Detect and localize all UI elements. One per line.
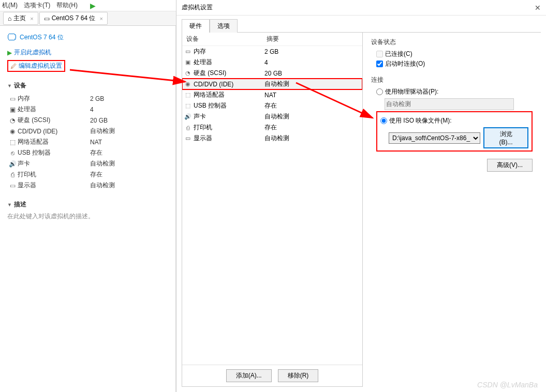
device-label: USB 控制器 bbox=[194, 101, 227, 110]
edit-vm-settings-link[interactable]: 🖉 编辑虚拟机设置 bbox=[7, 60, 65, 72]
device-list-row[interactable]: ⬚网络适配器NAT bbox=[182, 89, 362, 100]
add-device-button[interactable]: 添加(A)... bbox=[226, 369, 272, 382]
tab-hardware[interactable]: 硬件 bbox=[182, 19, 210, 33]
dialog-tabs: 硬件 选项 bbox=[176, 16, 546, 32]
play-icon: ▶ bbox=[7, 49, 12, 56]
browse-button[interactable]: 浏览(B)... bbox=[483, 127, 528, 148]
device-summary: 自动检测 bbox=[264, 134, 360, 143]
device-label: USB 控制器 bbox=[18, 148, 90, 157]
connected-label: 已连接(C) bbox=[385, 50, 412, 58]
dialog-title-text: 虚拟机设置 bbox=[182, 3, 213, 12]
device-row[interactable]: 🔊声卡自动检测 bbox=[7, 158, 168, 169]
iso-path-select[interactable]: D:\java_soft\CentOS-7-x86_ bbox=[389, 132, 480, 144]
device-list-row[interactable]: ◉CD/DVD (IDE)自动检测 bbox=[182, 79, 362, 89]
device-label: 显示器 bbox=[194, 134, 212, 143]
connect-on-power-checkbox[interactable]: 启动时连接(O) bbox=[376, 59, 533, 68]
device-label: CD/DVD (IDE) bbox=[18, 128, 90, 135]
device-row[interactable]: ▭内存2 GB bbox=[7, 93, 168, 104]
tab-options[interactable]: 选项 bbox=[210, 19, 238, 33]
power-on-label: 开启此虚拟机 bbox=[14, 48, 51, 57]
device-label: 硬盘 (SCSI) bbox=[194, 69, 226, 78]
device-icon: ▭ bbox=[7, 95, 18, 102]
play-icon[interactable]: ▶ bbox=[90, 2, 96, 10]
device-icon: ◉ bbox=[184, 81, 191, 87]
edit-icon: 🖉 bbox=[10, 63, 17, 70]
edit-vm-label: 编辑虚拟机设置 bbox=[19, 62, 62, 70]
device-label: 打印机 bbox=[194, 123, 212, 132]
home-icon: ⌂ bbox=[8, 15, 11, 22]
device-row[interactable]: ▣处理器4 bbox=[7, 104, 168, 115]
tab-home[interactable]: ⌂ 主页 × bbox=[3, 12, 38, 25]
device-label: 声卡 bbox=[18, 159, 90, 168]
remove-device-button[interactable]: 移除(R) bbox=[278, 369, 319, 382]
device-icon: ▣ bbox=[184, 59, 191, 66]
device-value: 存在 bbox=[90, 170, 102, 179]
close-icon[interactable]: × bbox=[99, 16, 102, 22]
use-phys-input[interactable] bbox=[376, 88, 383, 95]
physical-drive-select: 自动检测 bbox=[385, 98, 514, 110]
description-section-header[interactable]: 描述 bbox=[7, 200, 168, 209]
device-summary: 自动检测 bbox=[264, 80, 360, 88]
device-list-row[interactable]: ▭显示器自动检测 bbox=[182, 133, 362, 144]
close-icon[interactable]: × bbox=[30, 16, 33, 22]
device-icon: ⎙ bbox=[7, 171, 18, 178]
device-value: 2 GB bbox=[90, 95, 104, 102]
device-row[interactable]: ⎋USB 控制器存在 bbox=[7, 147, 168, 158]
device-list-row[interactable]: ▣处理器4 bbox=[182, 57, 362, 68]
device-list-row[interactable]: 🔊声卡自动检测 bbox=[182, 111, 362, 122]
device-label: 内存 bbox=[18, 94, 90, 103]
device-list-row[interactable]: ◔硬盘 (SCSI)20 GB bbox=[182, 68, 362, 79]
device-icon: ◔ bbox=[184, 70, 191, 77]
connect-on-label: 启动时连接(O) bbox=[385, 59, 425, 68]
device-icon: 🔊 bbox=[184, 113, 191, 120]
use-iso-input[interactable] bbox=[380, 117, 387, 124]
device-table-header: 设备 摘要 bbox=[182, 33, 362, 46]
tab-home-label: 主页 bbox=[13, 14, 26, 23]
device-list-row[interactable]: ▭内存2 GB bbox=[182, 46, 362, 57]
device-value: 自动检测 bbox=[90, 159, 115, 168]
device-row[interactable]: ◔硬盘 (SCSI)20 GB bbox=[7, 115, 168, 126]
device-list-panel: 设备 摘要 ▭内存2 GB▣处理器4◔硬盘 (SCSI)20 GB◉CD/DVD… bbox=[182, 33, 363, 387]
connect-on-input[interactable] bbox=[376, 61, 383, 67]
connected-checkbox[interactable]: 已连接(C) bbox=[376, 50, 533, 58]
device-row[interactable]: ⎙打印机存在 bbox=[7, 169, 168, 180]
iso-section-highlight: 使用 ISO 映像文件(M): D:\java_soft\CentOS-7-x8… bbox=[376, 111, 533, 152]
device-summary: 2 GB bbox=[264, 48, 360, 55]
device-icon: ⎙ bbox=[184, 125, 191, 131]
device-icon: ▣ bbox=[7, 106, 18, 113]
tab-vm[interactable]: ▭ CentOS 7 64 位 × bbox=[39, 12, 108, 25]
advanced-button[interactable]: 高级(V)... bbox=[487, 159, 533, 172]
device-summary: 4 bbox=[264, 59, 360, 66]
device-icon: 🔊 bbox=[7, 160, 18, 168]
connected-input bbox=[376, 51, 383, 57]
device-value: NAT bbox=[90, 139, 102, 146]
tab-vm-label: CentOS 7 64 位 bbox=[52, 14, 96, 23]
device-label: 处理器 bbox=[194, 58, 212, 67]
vm-title-text: CentOS 7 64 位 bbox=[20, 33, 64, 42]
power-on-link[interactable]: ▶ 开启此虚拟机 bbox=[7, 47, 168, 58]
device-list-row[interactable]: ⬚USB 控制器存在 bbox=[182, 100, 362, 111]
device-icon: ▭ bbox=[7, 182, 18, 189]
vm-summary-pane: 🖵 CentOS 7 64 位 ▶ 开启此虚拟机 🖉 编辑虚拟机设置 设备 ▭内… bbox=[0, 26, 176, 392]
vm-icon: ▭ bbox=[44, 15, 50, 22]
device-value: 自动检测 bbox=[90, 181, 115, 190]
use-iso-radio[interactable]: 使用 ISO 映像文件(M): bbox=[380, 116, 528, 125]
device-icon: ⬚ bbox=[7, 139, 18, 146]
device-label: 网络适配器 bbox=[18, 138, 90, 146]
device-list-row[interactable]: ⎙打印机存在 bbox=[182, 122, 362, 133]
devices-section-header[interactable]: 设备 bbox=[7, 81, 168, 90]
device-value: 4 bbox=[90, 106, 94, 113]
device-row[interactable]: ▭显示器自动检测 bbox=[7, 180, 168, 191]
device-summary: 自动检测 bbox=[264, 112, 360, 121]
menu-help[interactable]: 帮助(H) bbox=[56, 1, 78, 10]
device-row[interactable]: ⬚网络适配器NAT bbox=[7, 137, 168, 147]
description-placeholder[interactable]: 在此处键入对该虚拟机的描述。 bbox=[7, 212, 168, 221]
close-icon[interactable]: ✕ bbox=[535, 4, 541, 12]
menu-tabs[interactable]: 选项卡(T) bbox=[24, 1, 50, 10]
use-physical-drive-radio[interactable]: 使用物理驱动器(P): bbox=[376, 87, 533, 96]
menu-machine[interactable]: 机(M) bbox=[2, 1, 18, 10]
device-row[interactable]: ◉CD/DVD (IDE)自动检测 bbox=[7, 126, 168, 137]
device-icon: ⬚ bbox=[184, 102, 191, 109]
device-label: 硬盘 (SCSI) bbox=[18, 116, 90, 125]
dialog-titlebar: 虚拟机设置 ✕ bbox=[176, 0, 546, 16]
